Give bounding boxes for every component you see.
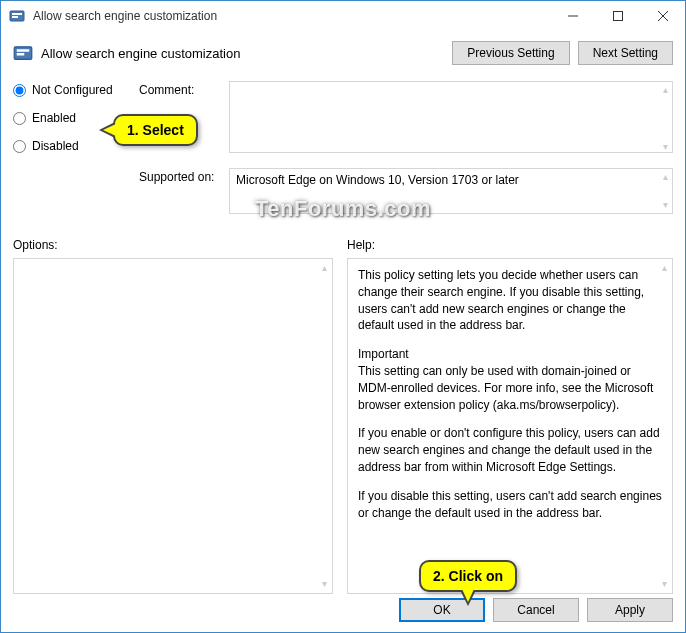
close-button[interactable] xyxy=(640,1,685,31)
app-icon xyxy=(9,8,25,24)
help-text: ImportantThis setting can only be used w… xyxy=(358,346,662,413)
help-text: This policy setting lets you decide whet… xyxy=(358,267,662,334)
annotation-select: 1. Select xyxy=(113,114,198,146)
cancel-button[interactable]: Cancel xyxy=(493,598,579,622)
policy-title: Allow search engine customization xyxy=(41,46,452,61)
radio-not-configured-label: Not Configured xyxy=(32,83,113,97)
svg-rect-2 xyxy=(12,16,18,18)
dialog-footer: OK Cancel Apply xyxy=(1,588,685,632)
options-label: Options: xyxy=(13,238,333,252)
svg-rect-9 xyxy=(17,53,25,56)
radio-enabled-label: Enabled xyxy=(32,111,76,125)
help-label: Help: xyxy=(347,238,673,252)
annotation-click: 2. Click on xyxy=(419,560,517,592)
supported-on-text: Microsoft Edge on Windows 10, Version 17… xyxy=(229,168,673,214)
help-text: If you enable or don't configure this po… xyxy=(358,425,662,475)
svg-rect-1 xyxy=(12,13,22,15)
next-setting-button[interactable]: Next Setting xyxy=(578,41,673,65)
apply-button[interactable]: Apply xyxy=(587,598,673,622)
help-text: If you disable this setting, users can't… xyxy=(358,488,662,522)
titlebar[interactable]: Allow search engine customization xyxy=(1,1,685,31)
svg-rect-8 xyxy=(17,49,30,52)
scroll-up-icon: ▴ xyxy=(318,263,330,273)
window-controls xyxy=(550,1,685,31)
supported-on-label: Supported on: xyxy=(139,168,229,214)
help-panel: This policy setting lets you decide whet… xyxy=(347,258,673,594)
minimize-button[interactable] xyxy=(550,1,595,31)
options-panel: ▴▾ xyxy=(13,258,333,594)
radio-disabled-input[interactable] xyxy=(13,140,26,153)
radio-not-configured-input[interactable] xyxy=(13,84,26,97)
maximize-button[interactable] xyxy=(595,1,640,31)
radio-disabled-label: Disabled xyxy=(32,139,79,153)
window-title: Allow search engine customization xyxy=(33,9,550,23)
svg-rect-4 xyxy=(613,12,622,21)
radio-enabled-input[interactable] xyxy=(13,112,26,125)
comment-textarea[interactable] xyxy=(229,81,673,153)
dialog-content: Allow search engine customization Previo… xyxy=(1,31,685,604)
radio-not-configured[interactable]: Not Configured xyxy=(13,83,139,97)
dialog-window: Allow search engine customization Allow … xyxy=(0,0,686,633)
previous-setting-button[interactable]: Previous Setting xyxy=(452,41,569,65)
policy-icon xyxy=(13,43,33,63)
